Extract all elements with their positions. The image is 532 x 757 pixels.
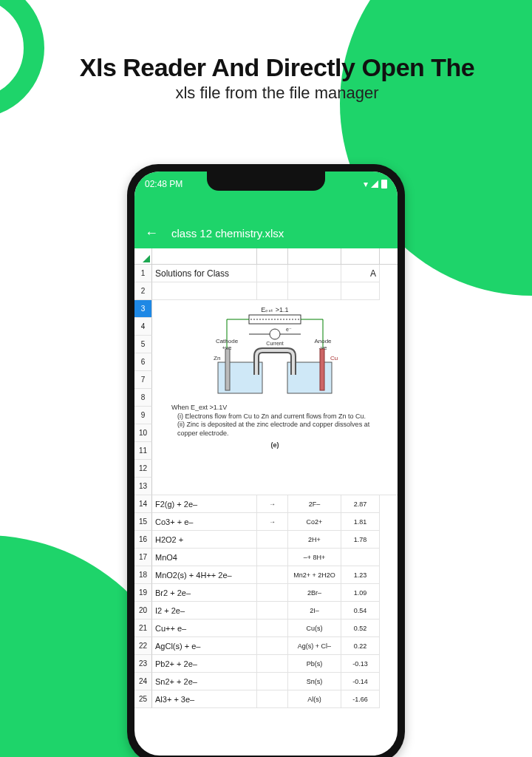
row-header[interactable]: 5 — [134, 336, 152, 353]
cell[interactable] — [257, 637, 288, 655]
cell[interactable]: Cu++ e– — [152, 619, 257, 637]
diagram-block[interactable]: 3 4 5 6 7 8 9 10 11 12 13 Eₑₓₜ >1.1 — [134, 300, 398, 495]
cell[interactable] — [341, 549, 380, 566]
cell[interactable]: 1.78 — [341, 531, 380, 549]
row-header[interactable]: 17 — [134, 549, 152, 566]
cell[interactable] — [288, 265, 341, 282]
cell[interactable]: 2H+ — [288, 531, 341, 549]
row-header[interactable]: 14 — [134, 495, 152, 513]
spreadsheet[interactable]: 1 Solutions for Class A 2 3 4 5 6 7 8 — [134, 248, 398, 708]
cell[interactable]: 0.54 — [341, 602, 380, 619]
table-row[interactable]: 22AgCl(s) + e–Ag(s) + Cl–0.22 — [134, 637, 398, 655]
cell[interactable]: -0.14 — [341, 673, 380, 690]
cell[interactable] — [257, 566, 288, 584]
cell[interactable]: Pb(s) — [288, 655, 341, 673]
cell[interactable]: Sn2+ + 2e– — [152, 673, 257, 690]
cell[interactable]: -0.13 — [341, 655, 380, 673]
table-row[interactable]: 21Cu++ e–Cu(s)0.52 — [134, 619, 398, 637]
table-row[interactable]: 14F2(g) + 2e–→2F–2.87 — [134, 495, 398, 513]
cell[interactable] — [341, 282, 380, 300]
cell[interactable]: 0.22 — [341, 637, 380, 655]
row-header[interactable]: 16 — [134, 531, 152, 549]
row-header[interactable]: 12 — [134, 460, 152, 478]
cell[interactable]: → — [257, 513, 288, 531]
cell[interactable]: Co2+ — [288, 513, 341, 531]
cell[interactable] — [257, 265, 288, 282]
row-header[interactable]: 11 — [134, 442, 152, 460]
cell[interactable]: F2(g) + 2e– — [152, 495, 257, 513]
cell[interactable]: 1.09 — [341, 584, 380, 602]
row-header[interactable]: 2 — [134, 282, 152, 300]
cell[interactable]: A — [341, 265, 380, 282]
cell[interactable]: MnO2(s) + 4H++ 2e– — [152, 566, 257, 584]
cell[interactable] — [257, 655, 288, 673]
cell[interactable]: Br2 + 2e– — [152, 584, 257, 602]
cell[interactable]: –+ 8H+ — [288, 549, 341, 566]
table-row[interactable]: 15Co3+ + e–→Co2+1.81 — [134, 513, 398, 531]
row-header[interactable]: 13 — [134, 478, 152, 495]
cell[interactable]: 2.87 — [341, 495, 380, 513]
cell[interactable]: 1.81 — [341, 513, 380, 531]
row-header[interactable]: 6 — [134, 353, 152, 371]
row-header[interactable]: 8 — [134, 389, 152, 407]
table-row[interactable]: 17MnO4–+ 8H+ — [134, 549, 398, 566]
table-row[interactable]: 23Pb2+ + 2e–Pb(s)-0.13 — [134, 655, 398, 673]
cell[interactable] — [288, 282, 341, 300]
cell[interactable] — [257, 690, 288, 708]
cell[interactable] — [257, 619, 288, 637]
cell[interactable]: Co3+ + e– — [152, 513, 257, 531]
cell[interactable] — [152, 282, 257, 300]
select-all-corner[interactable] — [134, 248, 152, 264]
cell[interactable] — [257, 549, 288, 566]
row-header[interactable]: 24 — [134, 673, 152, 690]
row-header[interactable]: 21 — [134, 619, 152, 637]
cell[interactable] — [257, 584, 288, 602]
cell[interactable]: H2O2 + — [152, 531, 257, 549]
cell[interactable]: 2I– — [288, 602, 341, 619]
cell[interactable] — [257, 531, 288, 549]
cell[interactable]: 0.52 — [341, 619, 380, 637]
cell[interactable]: Solutions for Class — [152, 265, 257, 282]
row-header[interactable]: 20 — [134, 602, 152, 619]
row-header[interactable]: 3 — [134, 300, 152, 318]
cell[interactable]: Pb2+ + 2e– — [152, 655, 257, 673]
row-header[interactable]: 18 — [134, 566, 152, 584]
cell[interactable]: 2F– — [288, 495, 341, 513]
cell[interactable]: MnO4 — [152, 549, 257, 566]
cell[interactable]: AgCl(s) + e– — [152, 637, 257, 655]
cell[interactable]: Sn(s) — [288, 673, 341, 690]
row-header[interactable]: 23 — [134, 655, 152, 673]
table-row[interactable]: 25Al3+ + 3e–Al(s)-1.66 — [134, 690, 398, 708]
row-header[interactable]: 15 — [134, 513, 152, 531]
row-header[interactable]: 9 — [134, 407, 152, 424]
cell[interactable]: Cu(s) — [288, 619, 341, 637]
row-header[interactable]: 25 — [134, 690, 152, 708]
cell[interactable] — [257, 282, 288, 300]
table-row[interactable]: 20I2 + 2e–2I–0.54 — [134, 602, 398, 619]
svg-text:e⁻: e⁻ — [286, 327, 292, 332]
row-header[interactable]: 4 — [134, 318, 152, 336]
cell[interactable]: Ag(s) + Cl– — [288, 637, 341, 655]
back-button[interactable]: ← — [145, 226, 158, 240]
table-row[interactable]: 19Br2 + 2e–2Br–1.09 — [134, 584, 398, 602]
row-header[interactable]: 10 — [134, 424, 152, 442]
row-header[interactable]: 19 — [134, 584, 152, 602]
table-row[interactable]: 16H2O2 +2H+1.78 — [134, 531, 398, 549]
cell[interactable]: 1.23 — [341, 566, 380, 584]
row-header[interactable]: 1 — [134, 265, 152, 282]
cell[interactable] — [257, 602, 288, 619]
table-row[interactable]: 2 — [134, 282, 398, 300]
table-row[interactable]: 24Sn2+ + 2e–Sn(s)-0.14 — [134, 673, 398, 690]
cell[interactable]: -1.66 — [341, 690, 380, 708]
cell[interactable]: Al3+ + 3e– — [152, 690, 257, 708]
row-header[interactable]: 22 — [134, 637, 152, 655]
row-header[interactable]: 7 — [134, 371, 152, 389]
cell[interactable]: I2 + 2e– — [152, 602, 257, 619]
cell[interactable]: Mn2+ + 2H2O — [288, 566, 341, 584]
cell[interactable]: → — [257, 495, 288, 513]
cell[interactable]: Al(s) — [288, 690, 341, 708]
table-row[interactable]: 1 Solutions for Class A — [134, 265, 398, 282]
cell[interactable] — [257, 673, 288, 690]
table-row[interactable]: 18MnO2(s) + 4H++ 2e–Mn2+ + 2H2O1.23 — [134, 566, 398, 584]
cell[interactable]: 2Br– — [288, 584, 341, 602]
